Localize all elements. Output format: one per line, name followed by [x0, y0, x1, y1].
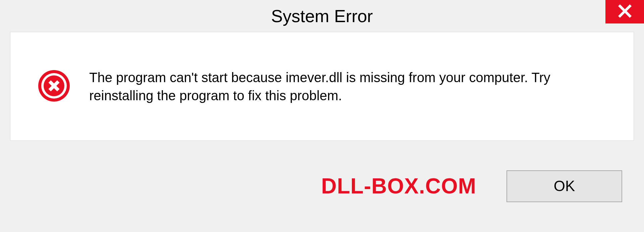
dialog-footer: DLL-BOX.COM OK — [0, 141, 644, 231]
ok-button[interactable]: OK — [506, 170, 622, 202]
close-icon — [618, 4, 632, 20]
error-icon — [37, 69, 71, 104]
error-message: The program can't start because imever.d… — [89, 68, 613, 105]
content-panel: The program can't start because imever.d… — [10, 32, 634, 141]
title-bar: System Error — [0, 0, 644, 32]
watermark-text: DLL-BOX.COM — [321, 174, 477, 198]
dialog-title: System Error — [271, 6, 373, 26]
close-button[interactable] — [605, 0, 644, 23]
